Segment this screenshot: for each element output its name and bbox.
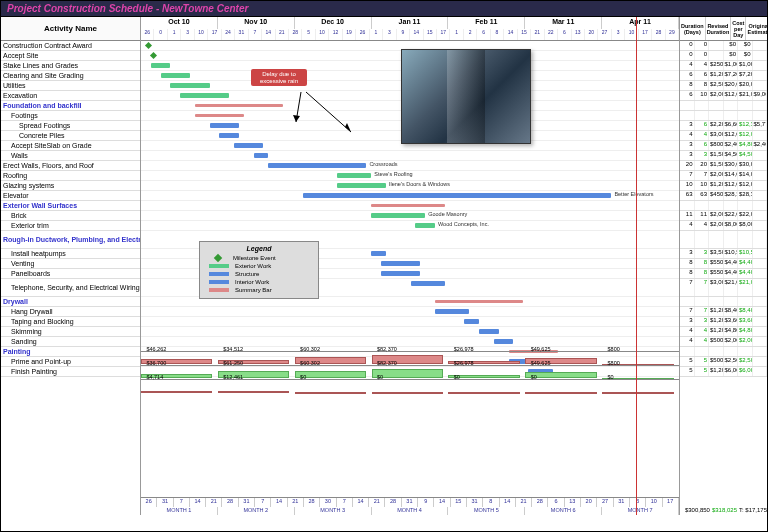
milestone-icon[interactable] (145, 42, 152, 49)
histogram-value: $49,625 (531, 360, 551, 366)
gantt-bar[interactable] (415, 223, 435, 228)
histogram-value: $36,700 (146, 360, 166, 366)
gantt-bar[interactable] (381, 271, 420, 276)
histogram-value: $34,512 (223, 346, 243, 352)
activity-row[interactable]: Hang Drywall (1, 307, 140, 317)
gantt-bar[interactable] (494, 339, 514, 344)
activity-row[interactable]: Finish Painting (1, 367, 140, 377)
activity-row[interactable]: Glazing systems (1, 181, 140, 191)
histogram-bar[interactable] (525, 392, 596, 394)
gantt-bar[interactable] (195, 114, 244, 117)
activity-row[interactable]: Erect Walls, Floors, and Roof (1, 161, 140, 171)
milestone-icon[interactable] (150, 52, 157, 59)
activity-row[interactable]: Panelboards (1, 269, 140, 279)
activity-row[interactable]: Construction Contract Award (1, 41, 140, 51)
activity-row[interactable]: Roofing (1, 171, 140, 181)
activity-row[interactable]: Sanding (1, 337, 140, 347)
histogram-bar[interactable] (141, 391, 212, 393)
legend-item: Exterior Work (203, 263, 315, 269)
gantt-bar[interactable] (435, 309, 469, 314)
title-name: NewTowne Center (162, 3, 248, 14)
histogram-bar[interactable] (218, 391, 289, 393)
data-row: 00$0$0 (680, 51, 767, 61)
day-label: 6 (477, 29, 490, 41)
gantt-bar[interactable] (254, 153, 269, 158)
gantt-bar[interactable] (371, 204, 445, 207)
activity-row[interactable]: Foundation and backfill (1, 101, 140, 111)
activity-row[interactable]: Accept SiteSlab on Grade (1, 141, 140, 151)
day-label: 8 (491, 29, 504, 41)
legend-item: Summary Bar (203, 287, 315, 293)
activity-row[interactable]: Concrete Piles (1, 131, 140, 141)
activity-row[interactable]: Elevator (1, 191, 140, 201)
main-grid: Activity Name Construction Contract Awar… (1, 17, 767, 515)
gantt-bar[interactable] (195, 104, 283, 107)
day-label: 26 (141, 29, 154, 41)
gantt-bar[interactable] (464, 319, 479, 324)
day-label: 6 (558, 29, 571, 41)
activity-row[interactable]: Brick (1, 211, 140, 221)
activity-row[interactable]: Walls (1, 151, 140, 161)
gantt-bar[interactable] (210, 123, 239, 128)
histogram-bar[interactable] (448, 392, 519, 394)
histogram-bar[interactable] (602, 392, 673, 394)
gantt-row: Goode Masonry (141, 211, 679, 221)
gantt-bar[interactable] (479, 329, 499, 334)
activity-row[interactable]: Clearing and Site Grading (1, 71, 140, 81)
gantt-bar[interactable] (170, 83, 209, 88)
activity-row[interactable]: Utilities (1, 81, 140, 91)
activity-row[interactable]: Rough-in Ductwork, Plumbing, and Electri… (1, 231, 140, 249)
activity-row[interactable]: Install heatpumps (1, 249, 140, 259)
building-photo (401, 49, 531, 144)
activity-row[interactable]: Telephone, Security, and Electrical Wiri… (1, 279, 140, 297)
data-row: 2020$1,500$30,000$30,000 (680, 161, 767, 171)
gantt-area[interactable]: Oct 10Nov 10Dec 10Jan 11Feb 11Mar 11Apr … (141, 17, 679, 515)
gantt-bar[interactable] (435, 300, 523, 303)
day-label: 17 (639, 29, 652, 41)
data-row: 88$550$4,400$4,400 (680, 269, 767, 279)
gantt-bar[interactable] (381, 261, 420, 266)
day-label: 3 (181, 29, 194, 41)
gantt-bar[interactable] (268, 163, 366, 168)
day-label: 12 (329, 29, 342, 41)
data-row: 44$250$1,000$1,000 (680, 61, 767, 71)
day-label: 3 (612, 29, 625, 41)
bar-label: Crossroads (369, 161, 397, 167)
activity-row[interactable]: Skimming (1, 327, 140, 337)
gantt-bar[interactable] (337, 183, 386, 188)
bar-label: Wood Concepts, Inc. (438, 221, 489, 227)
activity-row[interactable]: Exterior Wall Surfaces (1, 201, 140, 211)
activity-row[interactable]: Painting (1, 347, 140, 357)
histogram-bar[interactable] (372, 392, 443, 394)
activity-row[interactable]: Footings (1, 111, 140, 121)
histogram-value: $4,714 (146, 374, 163, 380)
activity-row[interactable]: Drywall (1, 297, 140, 307)
delay-annotation: Delay due to excessive rain (251, 69, 307, 86)
gantt-bar[interactable] (303, 193, 612, 198)
gantt-bar[interactable] (371, 213, 425, 218)
day-label: 21 (276, 29, 289, 41)
activity-row[interactable]: Accept Site (1, 51, 140, 61)
histogram-bar[interactable] (295, 392, 366, 394)
day-label: 26 (356, 29, 369, 41)
gantt-bar[interactable] (234, 143, 263, 148)
day-label: 17 (208, 29, 221, 41)
gantt-bar[interactable] (411, 281, 445, 286)
gantt-bar[interactable] (219, 133, 239, 138)
gantt-bar[interactable] (371, 251, 386, 256)
day-label: 28 (289, 29, 302, 41)
activity-row[interactable]: Venting (1, 259, 140, 269)
activity-row[interactable]: Excavation (1, 91, 140, 101)
data-row (680, 201, 767, 211)
activity-row[interactable]: Taping and Blocking (1, 317, 140, 327)
gantt-bar[interactable] (180, 93, 229, 98)
activity-row[interactable]: Spread Footings (1, 121, 140, 131)
activity-row[interactable]: Stake Lines and Grades (1, 61, 140, 71)
gantt-bar[interactable] (161, 73, 190, 78)
gantt-bar[interactable] (151, 63, 171, 68)
histogram-row: Revised Estimate Histogram$36,700$61,250… (141, 365, 679, 379)
activity-row[interactable]: Prime and Point-up (1, 357, 140, 367)
data-row: 44$2,000$8,000$8,000 (680, 221, 767, 231)
gantt-bar[interactable] (337, 173, 371, 178)
activity-row[interactable]: Exterior trim (1, 221, 140, 231)
